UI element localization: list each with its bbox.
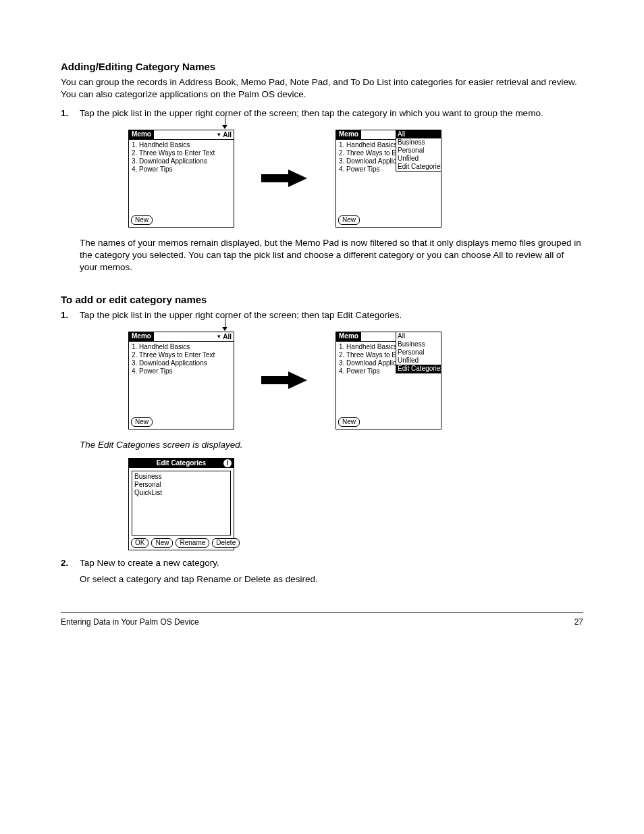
category-picklist[interactable]: ▼ All xyxy=(216,332,232,342)
info-icon[interactable]: i xyxy=(223,459,232,467)
delete-button[interactable]: Delete xyxy=(212,538,240,548)
category-item[interactable]: Business xyxy=(134,473,228,481)
memo-row[interactable]: 3. Download Applications xyxy=(132,359,231,367)
dropdown-item[interactable]: Unfiled xyxy=(396,155,441,163)
svg-marker-0 xyxy=(261,170,307,187)
figure-row: Memo ▼ All 1. Handheld Basics 2. Three W… xyxy=(128,332,583,429)
section-heading: Adding/Editing Category Names xyxy=(61,61,583,72)
memo-row[interactable]: 4. Power Tips xyxy=(132,165,231,174)
step-number: 1. xyxy=(61,107,80,120)
step-number: 1. xyxy=(61,309,80,321)
dropdown-item[interactable]: Edit Categories... xyxy=(396,163,441,171)
dropdown-item[interactable]: Personal xyxy=(396,147,441,155)
paragraph: The names of your memos remain displayed… xyxy=(80,237,583,274)
result-text: The Edit Categories screen is displayed. xyxy=(80,439,583,451)
category-dropdown[interactable]: All Business Personal Unfiled Edit Categ… xyxy=(396,130,441,172)
dropdown-item[interactable]: Unfiled xyxy=(396,357,441,365)
dialog-title: Edit Categories xyxy=(157,459,206,467)
app-title: Memo xyxy=(336,130,361,139)
categories-listbox[interactable]: Business Personal QuickList xyxy=(132,471,231,536)
paragraph: Or select a category and tap Rename or D… xyxy=(80,573,583,585)
dropdown-item[interactable]: Business xyxy=(396,138,441,147)
new-button[interactable]: New xyxy=(338,215,360,225)
memo-row[interactable]: 4. Power Tips xyxy=(132,367,231,375)
page-number: 27 xyxy=(574,617,583,627)
dropdown-item[interactable]: All xyxy=(396,130,441,138)
memo-screen-closed: Memo ▼ All 1. Handheld Basics 2. Three W… xyxy=(128,332,234,429)
step-text: Tap the pick list in the upper right cor… xyxy=(80,309,583,321)
transition-arrow-icon xyxy=(261,370,308,390)
edit-categories-dialog: Edit Categories i Business Personal Quic… xyxy=(128,458,234,550)
memo-row[interactable]: 2. Three Ways to Enter Text xyxy=(132,351,231,359)
dropdown-item[interactable]: Personal xyxy=(396,348,441,357)
memo-row[interactable]: 1. Handheld Basics xyxy=(132,141,231,149)
step-item: 1. Tap the pick list in the upper right … xyxy=(61,309,583,321)
category-current: All xyxy=(223,131,232,138)
new-button[interactable]: New xyxy=(338,417,360,427)
app-title: Memo xyxy=(336,332,361,341)
new-button[interactable]: New xyxy=(131,417,153,427)
footer-rule xyxy=(61,613,583,613)
step-item: 1. Tap the pick list in the upper right … xyxy=(61,107,583,120)
step-text: Tap the pick list in the upper right cor… xyxy=(80,107,583,120)
footer-chapter: Entering Data in Your Palm OS Device xyxy=(61,617,199,627)
step-item: 2. Tap New to create a new category. xyxy=(61,557,583,569)
app-title: Memo xyxy=(129,332,154,341)
step-number: 2. xyxy=(61,557,80,569)
app-title: Memo xyxy=(129,130,154,139)
memo-row[interactable]: 3. Download Applications xyxy=(132,157,231,165)
memo-screen-dropdown-open: Memo All Business Personal Unfiled Edit … xyxy=(336,130,441,228)
category-item[interactable]: Personal xyxy=(134,481,228,489)
dropdown-icon: ▼ xyxy=(216,132,221,138)
category-picklist[interactable]: ▼ All xyxy=(216,130,232,140)
category-dropdown[interactable]: All Business Personal Unfiled Edit Categ… xyxy=(396,332,441,373)
rename-button[interactable]: Rename xyxy=(176,538,209,548)
figure-row: Memo ▼ All 1. Handheld Basics 2. Three W… xyxy=(128,130,583,228)
memo-screen-dropdown-open: Memo All Business Personal Unfiled Edit … xyxy=(336,332,441,429)
page-footer: Entering Data in Your Palm OS Device 27 xyxy=(61,617,583,627)
category-current: All xyxy=(223,333,232,340)
ok-button[interactable]: OK xyxy=(131,538,149,548)
new-button[interactable]: New xyxy=(131,215,153,225)
memo-row[interactable]: 1. Handheld Basics xyxy=(132,343,231,351)
memo-row[interactable]: 2. Three Ways to Enter Text xyxy=(132,149,231,157)
pointer-arrow-icon xyxy=(222,115,227,129)
dropdown-item[interactable]: All xyxy=(396,332,441,340)
step-text: Tap New to create a new category. xyxy=(80,557,583,569)
svg-marker-1 xyxy=(261,371,307,389)
dropdown-item[interactable]: Edit Categories... xyxy=(396,365,441,373)
new-button[interactable]: New xyxy=(151,538,173,548)
dropdown-icon: ▼ xyxy=(216,334,221,340)
transition-arrow-icon xyxy=(261,168,308,188)
category-item[interactable]: QuickList xyxy=(134,489,228,497)
section-heading: To add or edit category names xyxy=(61,294,583,305)
pointer-arrow-icon xyxy=(222,317,227,331)
memo-screen-closed: Memo ▼ All 1. Handheld Basics 2. Three W… xyxy=(128,130,234,228)
paragraph: You can group the records in Address Boo… xyxy=(61,76,583,101)
dropdown-item[interactable]: Business xyxy=(396,340,441,348)
